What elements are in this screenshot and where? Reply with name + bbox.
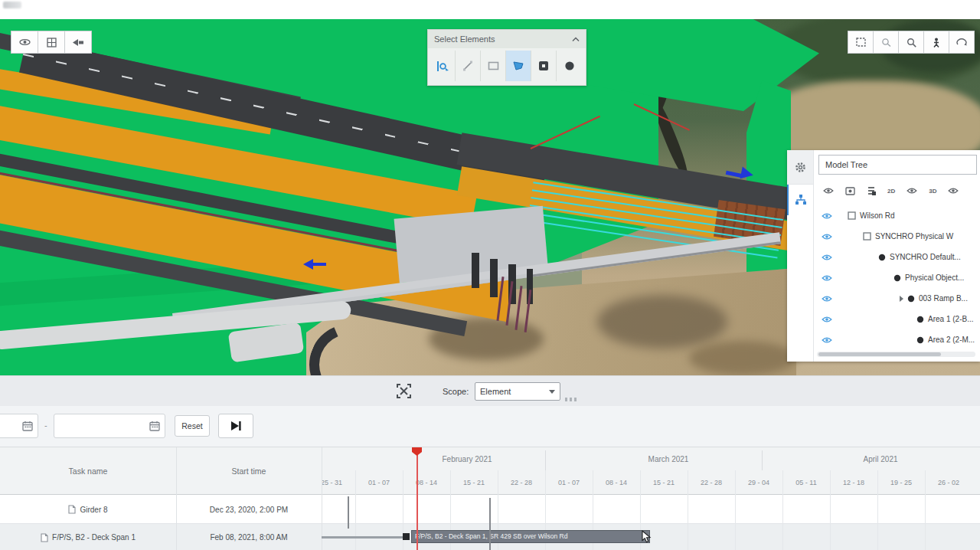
layers-button[interactable] (38, 31, 65, 54)
walk-icon (933, 38, 940, 47)
select-elements-tools (428, 48, 586, 83)
step-forward-button[interactable] (218, 414, 253, 438)
window-corner-mark (3, 2, 21, 8)
column-header-start-time: Start time (176, 447, 322, 495)
visibility-eye-icon[interactable] (822, 316, 832, 323)
label-3d: 3D (929, 188, 936, 195)
date-to-input[interactable] (59, 417, 146, 434)
document-icon (41, 533, 48, 542)
tree-row[interactable]: SYNCHRO Default... (814, 247, 980, 267)
mouse-cursor (642, 530, 652, 543)
select-elements-titlebar[interactable]: Select Elements (428, 30, 586, 48)
date-to-field[interactable] (54, 414, 165, 438)
cube-icon (916, 336, 924, 344)
orbit-icon (956, 38, 967, 47)
eye-2d-icon[interactable] (906, 187, 917, 195)
chevron-up-icon[interactable] (572, 37, 580, 42)
orbit-button[interactable] (11, 31, 38, 54)
tree-item-label: Area 2 (2-M... (928, 336, 975, 344)
flow-arrow-blue-left (312, 263, 326, 266)
model-icon (848, 211, 856, 220)
month-label: April 2021 (827, 447, 934, 470)
select-line-icon (462, 61, 473, 71)
model-icon (863, 232, 871, 241)
task-drag-label[interactable]: F/P/S, B2 - Deck Span 1, SR 429 SB over … (411, 530, 650, 543)
calendar-icon[interactable] (22, 421, 33, 431)
select-box-tool[interactable] (481, 51, 506, 81)
caret-right-icon[interactable] (900, 296, 903, 302)
visibility-eye-icon[interactable] (822, 254, 832, 261)
gear-icon (795, 162, 806, 173)
task-bar-line[interactable] (322, 536, 404, 539)
marquee-select-icon (856, 38, 866, 47)
orbit-view-button[interactable] (949, 31, 975, 54)
eye-3d-icon[interactable] (948, 187, 959, 195)
task-name-cell[interactable]: F/P/S, B2 - Deck Span 1 (0, 524, 176, 550)
current-time-line[interactable] (416, 447, 418, 550)
select-block-tool[interactable] (531, 51, 557, 81)
pier (472, 253, 479, 288)
tree-row[interactable]: SYNCHRO Physical W (814, 226, 980, 247)
tree-row[interactable]: Physical Object... (814, 267, 980, 288)
zoom-window-button[interactable] (873, 31, 899, 54)
fit-view-icon[interactable] (397, 384, 411, 398)
visibility-eye-icon[interactable] (822, 233, 832, 241)
select-line-tool[interactable] (456, 51, 481, 81)
visibility-eye-icon[interactable] (822, 295, 832, 303)
model-tree-toolbar: 2D 3D (818, 181, 977, 201)
select-polygon-tool[interactable] (506, 51, 531, 81)
column-header-task-name: Task name (0, 447, 176, 495)
zoom-icon (906, 38, 916, 47)
tree-item-label: Area 1 (2-B... (928, 315, 973, 323)
reset-button[interactable]: Reset (175, 415, 210, 437)
pan-arrow-button[interactable] (64, 31, 92, 54)
expand-all-icon[interactable] (867, 186, 876, 195)
select-pointer-icon (436, 61, 449, 72)
walk-button[interactable] (923, 31, 949, 54)
tree-row[interactable]: 003 Ramp B... (814, 288, 980, 309)
select-block-icon (538, 61, 549, 71)
visibility-eye-icon[interactable] (822, 336, 832, 344)
splitter-handle[interactable] (565, 398, 577, 401)
date-from-input[interactable] (0, 417, 19, 434)
zoom-window-icon (881, 38, 891, 47)
model-tree-tab-icon (795, 194, 807, 206)
cube-icon (907, 295, 915, 303)
milestone-line (489, 498, 491, 550)
marquee-select-button[interactable] (848, 31, 874, 54)
task-name-cell[interactable]: Girder 8 (0, 495, 176, 524)
select-elements-title: Select Elements (434, 34, 495, 44)
zoom-button[interactable] (898, 31, 924, 54)
select-pointer-tool[interactable] (430, 51, 456, 81)
start-time-cell: Feb 08, 2021, 8:00 AM (176, 524, 322, 550)
flow-arrow-blue-left-head (303, 259, 313, 270)
model-tree-tab[interactable] (787, 185, 813, 215)
window-top-strip (0, 0, 980, 19)
cube-icon (878, 254, 886, 261)
calendar-icon[interactable] (149, 421, 160, 431)
task-bar-handle[interactable] (403, 533, 410, 540)
date-from-field[interactable] (0, 414, 38, 438)
model-tree-hscrollbar[interactable] (817, 352, 975, 357)
scope-dropdown[interactable]: Element (475, 382, 560, 401)
settings-button[interactable] (787, 150, 813, 185)
cube-icon (893, 274, 901, 282)
eye-icon[interactable] (823, 187, 834, 195)
visibility-eye-icon[interactable] (822, 212, 832, 220)
viewport-3d[interactable]: Select Elements (0, 19, 980, 375)
scrollbar-thumb[interactable] (818, 352, 941, 356)
tree-item-label: SYNCHRO Default... (890, 253, 961, 261)
tree-row[interactable]: Area 2 (2-M... (814, 329, 980, 350)
gantt-filter-bar: - Reset (0, 406, 980, 447)
tree-row[interactable]: Area 1 (2-B... (814, 309, 980, 329)
isolate-icon[interactable] (845, 187, 855, 195)
document-icon (68, 505, 76, 514)
model-tree-header-dropdown[interactable]: Model Tree (818, 155, 977, 175)
tree-item-label: Physical Object... (905, 273, 964, 282)
tree-row[interactable]: Wilson Rd (814, 205, 980, 226)
select-sphere-tool[interactable] (557, 51, 582, 81)
label-2d: 2D (887, 188, 895, 195)
visibility-eye-icon[interactable] (822, 274, 832, 282)
viewport-toolbar-left (11, 31, 92, 54)
month-label: March 2021 (615, 447, 722, 470)
